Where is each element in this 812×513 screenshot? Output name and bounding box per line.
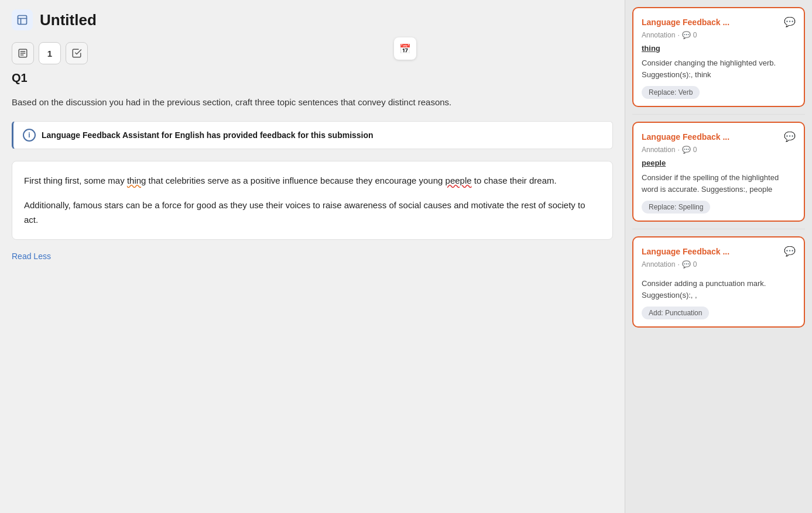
card-1-count: 0: [693, 31, 697, 39]
document-icon: [12, 9, 33, 30]
card-1-meta: Annotation · 💬 0: [642, 31, 796, 39]
calendar-icon: 📅: [399, 43, 411, 54]
info-icon: i: [23, 129, 36, 142]
card-2-title: Language Feedback ...: [642, 132, 729, 142]
student-response-box: First thing first, some may thing that c…: [12, 161, 613, 240]
card-3-badge[interactable]: Add: Punctuation: [642, 307, 709, 319]
card-1-title: Language Feedback ...: [642, 18, 729, 27]
main-content-area: 📅 Untitled 1 Q1: [0, 0, 625, 513]
chat-icon-3[interactable]: 💬: [784, 246, 796, 257]
para1-before: First thing first, some may: [24, 175, 127, 185]
feedback-card-3: Language Feedback ... 💬 Annotation · 💬 0…: [632, 236, 805, 328]
card-3-header: Language Feedback ... 💬: [642, 246, 796, 257]
page-number-btn[interactable]: 1: [39, 42, 61, 64]
card-1-meta-dot: ·: [677, 31, 679, 39]
feedback-banner: i Language Feedback Assistant for Englis…: [12, 121, 613, 149]
feedback-card-1: Language Feedback ... 💬 Annotation · 💬 0…: [632, 7, 805, 107]
chat-icon-2[interactable]: 💬: [784, 131, 796, 142]
card-3-count: 0: [693, 260, 697, 268]
chat-bubble-icon-1: 💬: [682, 31, 691, 39]
paragraph-2: Additionally, famous stars can be a forc…: [24, 198, 601, 228]
svg-rect-0: [18, 16, 27, 25]
page-title: Untitled: [40, 11, 97, 29]
right-feedback-panel: Language Feedback ... 💬 Annotation · 💬 0…: [625, 0, 812, 513]
card-1-badge[interactable]: Replace: Verb: [642, 86, 700, 99]
para1-after: to chase their dream.: [472, 175, 557, 185]
card-2-meta: Annotation · 💬 0: [642, 146, 796, 154]
divider-1: [632, 114, 805, 115]
review-btn[interactable]: [66, 42, 88, 64]
chat-icon-1[interactable]: 💬: [784, 16, 796, 27]
feedback-banner-text: Language Feedback Assistant for English …: [42, 130, 374, 140]
divider-2: [632, 229, 805, 229]
chat-bubble-icon-3: 💬: [682, 260, 691, 268]
card-1-annotation-label: Annotation: [642, 31, 675, 39]
card-1-header: Language Feedback ... 💬: [642, 16, 796, 27]
paragraph-1: First thing first, some may thing that c…: [24, 173, 601, 188]
toolbar: 1: [0, 40, 625, 71]
card-3-meta: Annotation · 💬 0: [642, 260, 796, 268]
read-less-button[interactable]: Read Less: [12, 252, 51, 261]
card-2-meta-dot: ·: [677, 146, 679, 154]
card-3-title: Language Feedback ...: [642, 247, 729, 256]
card-2-word: peeple: [642, 159, 796, 167]
question-label: Q1: [12, 71, 613, 85]
card-3-annotation-label: Annotation: [642, 260, 675, 268]
card-3-body: Consider adding a punctuation mark. Sugg…: [642, 278, 796, 301]
content-area: Q1 Based on the discussion you had in th…: [0, 71, 625, 513]
card-1-word: thing: [642, 44, 796, 53]
card-2-header: Language Feedback ... 💬: [642, 131, 796, 142]
card-2-badge[interactable]: Replace: Spelling: [642, 201, 710, 214]
para1-mid: that celebrities serve as a positive inf…: [146, 175, 445, 185]
card-1-body: Consider changing the highlighted verb. …: [642, 57, 796, 80]
feedback-card-2: Language Feedback ... 💬 Annotation · 💬 0…: [632, 122, 805, 222]
chat-bubble-icon-2: 💬: [682, 146, 691, 154]
highlighted-word-thing: thing: [127, 175, 146, 185]
document-view-btn[interactable]: [12, 42, 34, 64]
card-2-body: Consider if the spelling of the highligh…: [642, 172, 796, 195]
highlighted-word-peeple: peeple: [446, 175, 472, 185]
card-2-count: 0: [693, 146, 697, 154]
card-2-annotation-label: Annotation: [642, 146, 675, 154]
header: Untitled: [0, 0, 625, 40]
card-3-meta-dot: ·: [677, 260, 679, 268]
question-text: Based on the discussion you had in the p…: [12, 95, 613, 109]
